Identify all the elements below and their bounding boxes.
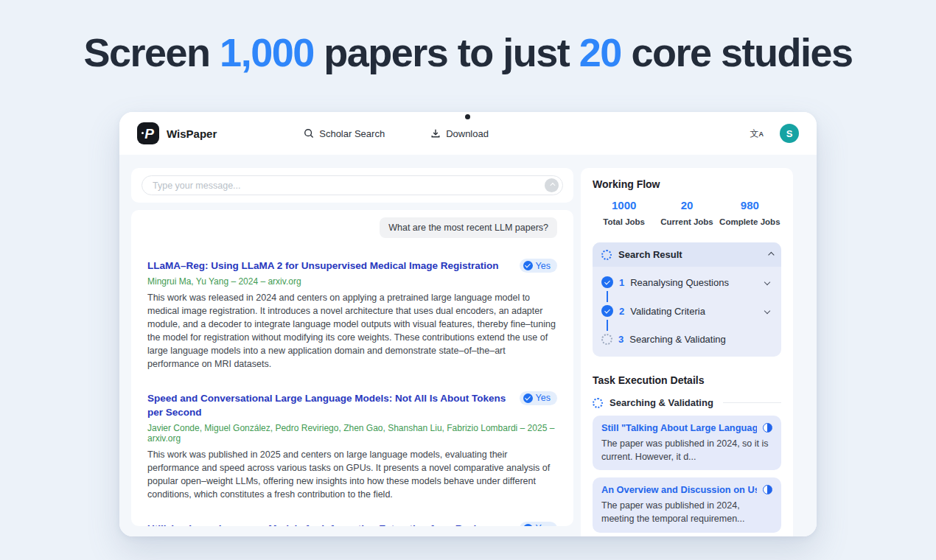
paper-title-link[interactable]: Speed and Conversational Large Language …: [147, 391, 509, 420]
send-button[interactable]: [545, 178, 559, 192]
step-connector-line: [607, 320, 608, 331]
task-card-summary: The paper was published in 2024, meeting…: [601, 499, 772, 525]
spinner-icon: [601, 250, 612, 260]
job-stats: 1000 Total Jobs 20 Current Jobs 980 Comp…: [593, 199, 781, 226]
search-result-title: Search Result: [618, 249, 761, 260]
task-status-label: Searching & Validating: [610, 397, 713, 408]
paper-result: LLaMA–Reg: Using LLaMA 2 for Unsupervise…: [147, 259, 557, 371]
paper-result: Speed and Conversational Large Language …: [147, 391, 557, 501]
stat-value: 980: [719, 199, 781, 211]
message-input-card: [131, 168, 573, 203]
verdict-badge: Yes: [520, 522, 557, 526]
spinner-icon: [601, 334, 612, 345]
check-circle-icon: [523, 524, 533, 526]
user-message-bubble: What are the most recent LLM papers?: [380, 217, 557, 238]
stat-value: 20: [655, 199, 718, 211]
step-reanalysing-questions[interactable]: 1 Reanalysing Questions: [601, 276, 772, 288]
step-number: 3: [618, 334, 624, 345]
search-icon: [304, 128, 314, 139]
task-card: An Overview and Discussion on Using Larg…: [593, 477, 781, 532]
step-validating-criteria[interactable]: 2 Validating Criteria: [601, 305, 772, 317]
paper-title-link[interactable]: Utilizing Large Language Models for Info…: [147, 522, 509, 526]
avatar-initial: S: [786, 128, 793, 139]
hero-number-20: 20: [579, 30, 621, 74]
task-status-row: Searching & Validating: [593, 397, 781, 408]
working-flow-title: Working Flow: [593, 178, 781, 190]
chevron-up-icon[interactable]: [768, 251, 774, 257]
paper-authors: Javier Conde, Miguel González, Pedro Rev…: [147, 423, 557, 444]
stat-current-jobs: 20 Current Jobs: [655, 199, 718, 226]
header-right: 文A S: [750, 124, 800, 143]
paper-title-row: Speed and Conversational Large Language …: [147, 391, 557, 420]
search-result-header[interactable]: Search Result: [593, 242, 781, 267]
chat-column: What are the most recent LLM papers? LLa…: [131, 168, 573, 536]
stat-label: Total Jobs: [593, 217, 655, 226]
stat-label: Current Jobs: [655, 217, 718, 226]
chevron-down-icon[interactable]: [764, 308, 770, 314]
task-card: Still "Talking About Large Language Mode…: [593, 416, 781, 470]
nav-download[interactable]: Download: [430, 128, 489, 139]
download-icon: [430, 128, 441, 139]
paper-abstract: This work was released in 2024 and cente…: [147, 291, 557, 371]
stat-label: Complete Jobs: [719, 217, 781, 226]
nav-download-label: Download: [446, 128, 489, 139]
step-number: 2: [619, 306, 624, 317]
translate-icon[interactable]: 文A: [750, 127, 764, 140]
hero-number-1000: 1,000: [220, 30, 314, 74]
workflow-sidebar: Working Flow 1000 Total Jobs 20 Current …: [581, 168, 793, 536]
nav-scholar-search-label: Scholar Search: [319, 128, 385, 139]
send-arrow-icon: [550, 183, 555, 188]
spinner-icon: [593, 398, 603, 408]
step-label: Reanalysing Questions: [630, 277, 759, 288]
paper-abstract: This work was published in 2025 and cent…: [147, 448, 557, 501]
cursor-dot: [465, 114, 470, 119]
app-window: P WisPaper Scholar Search Download 文A S: [119, 112, 817, 536]
step-label: Validating Criteria: [630, 306, 759, 317]
check-circle-icon: [601, 276, 613, 288]
half-circle-progress-icon: [763, 485, 772, 494]
half-circle-progress-icon: [763, 423, 772, 433]
task-card-title-row: Still "Talking About Large Language Mode…: [601, 422, 772, 433]
task-paper-title-link[interactable]: An Overview and Discussion on Using Larg…: [601, 484, 757, 495]
step-searching-validating[interactable]: 3 Searching & Validating: [601, 334, 772, 345]
search-result-panel: Search Result 1 Reanalysing Questions 2: [593, 242, 781, 357]
task-paper-title-link[interactable]: Still "Talking About Large Language Mode…: [601, 422, 757, 433]
divider-line: [723, 402, 781, 403]
paper-result: Utilizing Large Language Models for Info…: [147, 522, 557, 526]
verdict-label: Yes: [536, 393, 551, 403]
stat-total-jobs: 1000 Total Jobs: [593, 199, 655, 226]
step-connector-line: [607, 291, 608, 302]
brand-name: WisPaper: [167, 127, 217, 140]
task-execution-details-title: Task Execution Details: [593, 374, 781, 386]
check-circle-icon: [601, 305, 613, 317]
stat-value: 1000: [593, 199, 655, 211]
verdict-badge: Yes: [520, 391, 557, 405]
message-input-pill: [142, 175, 563, 195]
paper-title-link[interactable]: LLaMA–Reg: Using LLaMA 2 for Unsupervise…: [147, 259, 499, 273]
message-input[interactable]: [153, 181, 545, 191]
verdict-badge: Yes: [520, 259, 557, 273]
paper-title-row: Utilizing Large Language Models for Info…: [147, 522, 557, 526]
user-avatar[interactable]: S: [780, 124, 799, 143]
hero-text-1: Screen: [83, 30, 220, 74]
app-body: What are the most recent LLM papers? LLa…: [119, 155, 817, 536]
check-circle-icon: [523, 261, 533, 270]
search-result-steps: 1 Reanalysing Questions 2 Validating Cri…: [593, 267, 781, 357]
hero-headline: Screen 1,000 papers to just 20 core stud…: [0, 29, 936, 75]
nav-scholar-search[interactable]: Scholar Search: [304, 128, 385, 139]
paper-authors: Mingrui Ma, Yu Yang – 2024 – arxiv.org: [147, 276, 557, 287]
paper-title-row: LLaMA–Reg: Using LLaMA 2 for Unsupervise…: [147, 259, 557, 273]
logo-spark-dot: [142, 132, 144, 134]
verdict-label: Yes: [536, 261, 551, 271]
wispaper-logo-icon[interactable]: P: [137, 122, 159, 144]
stat-complete-jobs: 980 Complete Jobs: [719, 199, 781, 226]
task-card-summary: The paper was published in 2024, so it i…: [601, 437, 772, 463]
check-circle-icon: [523, 393, 533, 403]
logo-letter: P: [144, 127, 154, 141]
task-card-title-row: An Overview and Discussion on Using Larg…: [601, 484, 772, 495]
verdict-label: Yes: [536, 523, 551, 526]
chevron-down-icon[interactable]: [764, 279, 770, 285]
messages-panel: What are the most recent LLM papers? LLa…: [131, 210, 573, 526]
step-number: 1: [619, 277, 624, 288]
hero-text-2: papers to just: [314, 30, 579, 74]
